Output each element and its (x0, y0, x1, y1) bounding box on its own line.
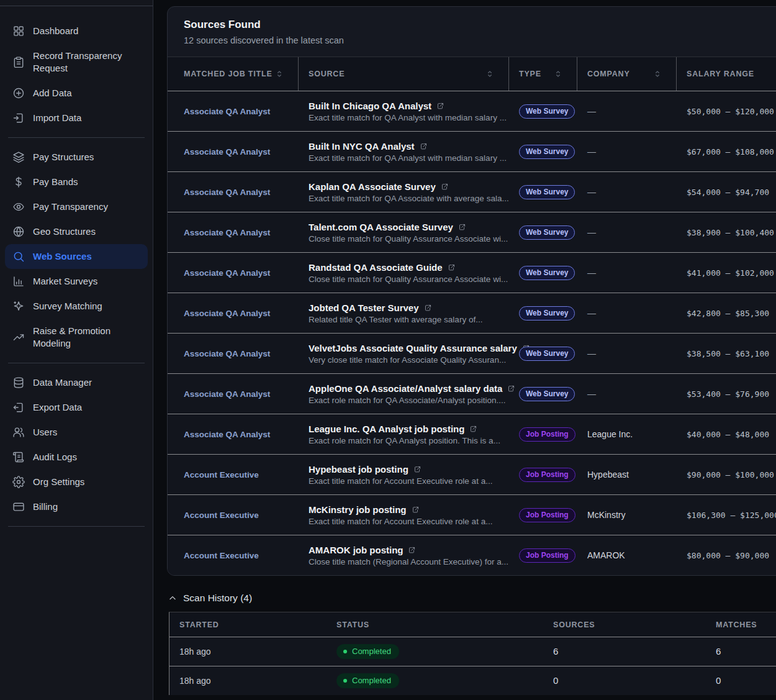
sidebar-item-record-transparency-request[interactable]: Record Transparency Request (5, 43, 148, 81)
matched-job-title-cell: Associate QA Analyst (168, 172, 299, 212)
source-link[interactable]: VelvetJobs Associate Quality Assurance s… (309, 343, 530, 353)
type-badge: Web Survey (519, 387, 575, 401)
sidebar-item-web-sources[interactable]: Web Sources (5, 244, 148, 269)
sidebar-item-audit-logs[interactable]: Audit Logs (5, 445, 148, 470)
file-export-icon (12, 401, 25, 414)
sidebar-item-users[interactable]: Users (5, 420, 148, 445)
scan-sources-count: 0 (553, 675, 558, 686)
external-link-icon[interactable] (412, 506, 420, 514)
source-link[interactable]: McKinstry job posting (309, 504, 420, 515)
file-import-icon (12, 112, 25, 124)
source-cell: McKinstry job postingExact title match f… (299, 495, 509, 535)
external-link-icon[interactable] (458, 223, 466, 231)
source-link[interactable]: Built In Chicago QA Analyst (309, 101, 444, 111)
users-icon (12, 426, 25, 439)
source-cell: Talent.com QA Associate SurveyClose titl… (299, 212, 509, 252)
scan-history-toggle[interactable]: Scan History (4) (168, 593, 776, 604)
salary-cell: $80,000 – $90,000 (677, 535, 776, 575)
sidebar-item-raise-promotion-modeling[interactable]: Raise & Promotion Modeling (5, 319, 148, 356)
column-header-matched-job-title[interactable]: MATCHED JOB TITLE (168, 57, 299, 91)
table-row: Associate QA AnalystTalent.com QA Associ… (168, 212, 776, 252)
type-badge: Web Survey (519, 347, 575, 361)
card-header: Sources Found 12 sources discovered in t… (168, 7, 776, 57)
table-row: Account ExecutiveHypebeast job postingEx… (168, 454, 776, 494)
sort-icon[interactable] (485, 69, 495, 79)
sidebar-item-data-manager[interactable]: Data Manager (5, 370, 148, 395)
source-link[interactable]: League Inc. QA Analyst job posting (309, 424, 477, 434)
source-link[interactable]: Hypebeast job posting (309, 464, 422, 475)
table-row: Associate QA AnalystRandstad QA Associat… (168, 252, 776, 293)
matched-job-title: Associate QA Analyst (184, 389, 270, 399)
source-description: Exact title match for QA Associate with … (309, 194, 509, 203)
company-name: — (587, 187, 596, 197)
sidebar-item-add-data[interactable]: Add Data (5, 81, 148, 106)
source-link[interactable]: Kaplan QA Associate Survey (309, 181, 449, 192)
source-title: Kaplan QA Associate Survey (309, 181, 436, 192)
source-link[interactable]: Jobted QA Tester Survey (309, 302, 432, 313)
company-name: — (587, 268, 596, 278)
source-cell: League Inc. QA Analyst job postingExact … (299, 414, 509, 454)
column-header-company[interactable]: COMPANY (577, 57, 677, 91)
source-cell: Jobted QA Tester SurveyRelated title QA … (299, 293, 509, 333)
external-link-icon[interactable] (420, 142, 428, 150)
source-cell: AppleOne QA Associate/Analyst salary dat… (299, 374, 509, 414)
sidebar-item-label: Pay Bands (33, 176, 78, 188)
matched-job-title: Associate QA Analyst (184, 309, 270, 318)
scroll-icon (12, 451, 25, 463)
external-link-icon[interactable] (448, 263, 456, 271)
sidebar-item-pay-transparency[interactable]: Pay Transparency (5, 194, 148, 219)
sidebar-item-market-surveys[interactable]: Market Surveys (5, 269, 148, 294)
type-cell: Web Survey (509, 91, 577, 131)
scan-matches-count: 6 (716, 646, 721, 657)
table-row: Account ExecutiveMcKinstry job postingEx… (168, 494, 776, 535)
matched-job-title-cell: Associate QA Analyst (168, 212, 299, 252)
sidebar-item-survey-matching[interactable]: Survey Matching (5, 294, 148, 319)
eye-icon (12, 201, 25, 213)
search-icon (12, 250, 25, 263)
source-link[interactable]: AMAROK job posting (309, 545, 416, 555)
external-link-icon[interactable] (441, 183, 449, 191)
sidebar-item-org-settings[interactable]: Org Settings (5, 470, 148, 494)
sort-icon[interactable] (652, 69, 662, 79)
sidebar-item-import-data[interactable]: Import Data (5, 106, 148, 130)
external-link-icon[interactable] (424, 304, 432, 312)
source-link[interactable]: AppleOne QA Associate/Analyst salary dat… (309, 383, 515, 394)
table-row: Associate QA AnalystLeague Inc. QA Analy… (168, 414, 776, 454)
sort-icon[interactable] (274, 69, 284, 79)
sidebar-item-dashboard[interactable]: Dashboard (5, 19, 148, 43)
sidebar-item-billing[interactable]: Billing (5, 494, 148, 519)
external-link-icon[interactable] (436, 102, 444, 110)
scan-column-header-matches: MATCHES (706, 620, 776, 629)
column-header-salary-range[interactable]: SALARY RANGE (677, 57, 776, 91)
source-title: Hypebeast job posting (309, 464, 408, 475)
sidebar-item-pay-structures[interactable]: Pay Structures (5, 145, 148, 170)
company-name: Hypebeast (587, 470, 629, 480)
sidebar-item-label: Billing (33, 501, 58, 513)
sidebar-item-export-data[interactable]: Export Data (5, 395, 148, 420)
sparkles-icon (12, 300, 25, 312)
column-header-type[interactable]: TYPE (509, 57, 577, 91)
source-description: Very close title match for Associate Qua… (309, 355, 506, 365)
company-name: — (587, 227, 596, 237)
external-link-icon[interactable] (413, 465, 422, 473)
matched-job-title: Account Executive (184, 511, 259, 520)
external-link-icon[interactable] (408, 546, 416, 554)
external-link-icon[interactable] (469, 425, 477, 433)
source-link[interactable]: Built In NYC QA Analyst (309, 141, 428, 152)
scan-column-header-sources: SOURCES (543, 620, 706, 629)
sidebar-item-pay-bands[interactable]: Pay Bands (5, 170, 148, 194)
salary-cell: $38,500 – $63,100 (677, 334, 776, 373)
source-link[interactable]: Randstad QA Associate Guide (309, 262, 456, 273)
column-header-source[interactable]: SOURCE (299, 57, 509, 91)
company-cell: — (577, 212, 677, 252)
sidebar-item-label: Record Transparency Request (33, 50, 138, 75)
source-link[interactable]: Talent.com QA Associate Survey (309, 222, 466, 232)
salary-range: $67,000 – $108,000 (687, 147, 774, 157)
sort-icon[interactable] (553, 69, 563, 79)
type-badge: Web Survey (519, 225, 575, 240)
salary-range: $42,800 – $85,300 (687, 309, 769, 318)
sidebar-item-geo-structures[interactable]: Geo Structures (5, 219, 148, 244)
status-dot-icon (343, 679, 347, 683)
source-cell: AMAROK job postingClose title match (Reg… (299, 535, 509, 575)
sidebar-item-label: Import Data (33, 112, 81, 124)
